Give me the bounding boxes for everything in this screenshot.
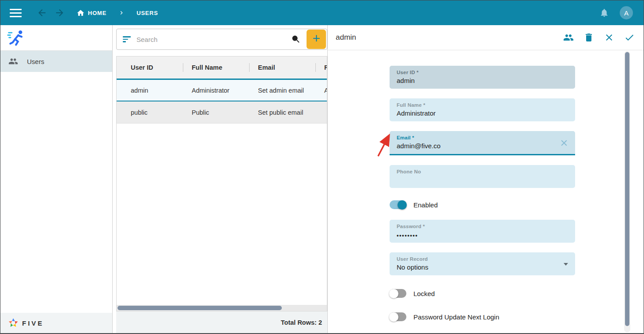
enabled-toggle-row: Enabled [390,199,575,210]
bell-icon[interactable] [599,8,609,18]
locked-toggle[interactable] [390,289,406,298]
phone-no-label: Phone No [397,169,568,174]
full-name-label: Full Name * [397,102,568,108]
horizontal-scrollbar-thumb[interactable] [117,306,282,310]
app-logo-area [0,25,112,51]
password-update-label: Password Update Next Login [413,313,499,321]
table-header-row: User ID Full Name Email R [117,56,327,79]
column-header-full-name[interactable]: Full Name [183,56,249,79]
column-header-email[interactable]: Email [249,56,315,79]
cell-email: Set public email [249,109,315,116]
home-icon[interactable] [76,9,88,17]
breadcrumb: HOME USERS [76,9,158,17]
detail-form-area: User ID * admin Full Name * Administrato… [328,50,644,333]
five-pinwheel-logo-icon [8,317,19,329]
vertical-scrollbar-thumb[interactable] [625,52,629,326]
plus-icon: + [312,30,320,47]
full-name-field[interactable]: Full Name * Administrator [390,98,575,121]
sidebar-item-users[interactable]: Users [0,51,112,72]
total-rows-label: Total Rows: 2 [281,319,322,326]
column-header-role[interactable]: R [315,56,327,79]
top-bar: HOME USERS A [0,0,644,25]
check-icon[interactable] [624,32,635,43]
clear-x-icon[interactable] [559,138,569,148]
people-icon[interactable] [563,32,574,43]
password-label: Password * [397,224,568,229]
running-man-logo-icon [7,28,26,48]
enabled-toggle[interactable] [390,200,406,209]
cell-user-id: public [117,109,183,116]
column-header-user-id[interactable]: User ID [117,56,183,79]
user-id-label: User ID * [397,70,568,75]
locked-toggle-row: Locked [390,288,575,299]
table-empty-area [117,124,327,305]
phone-no-field[interactable]: Phone No [390,165,575,188]
avatar[interactable]: A [620,6,633,19]
vertical-scrollbar[interactable] [624,51,630,332]
breadcrumb-current[interactable]: USERS [136,10,158,16]
password-value: •••••••• [397,232,568,239]
email-field[interactable]: Email * admin@five.co [390,131,575,155]
trash-icon[interactable] [583,32,594,43]
password-update-toggle-row: Password Update Next Login [390,311,575,322]
breadcrumb-home[interactable]: HOME [88,10,106,16]
user-id-field: User ID * admin [390,66,575,89]
table-row-admin[interactable]: admin Administrator Set admin email A [117,79,327,101]
detail-title: admin [336,33,356,42]
password-field[interactable]: Password * •••••••• [390,220,575,243]
sidebar-item-label: Users [27,58,44,65]
search-bar: + [116,29,327,50]
forward-arrow-icon[interactable] [54,8,65,18]
locked-label: Locked [413,290,435,297]
email-label: Email * [397,135,568,140]
breadcrumb-chevron-icon [118,9,125,16]
detail-header: admin [328,25,644,50]
password-update-toggle[interactable] [390,312,406,321]
user-id-value: admin [397,77,568,84]
five-logo-text: FIVE [22,319,44,327]
people-icon [8,56,18,66]
user-record-label: User Record [397,256,568,262]
user-record-value: No options [397,263,568,271]
enabled-label: Enabled [413,201,438,209]
table-row-public[interactable]: public Public Set public email [117,101,327,124]
users-list-panel: + User ID Full Name Email R admin Admini… [113,25,328,333]
hamburger-menu-icon[interactable] [10,9,22,17]
cell-role: A [315,87,327,94]
sidebar: Users FIVE [0,25,113,333]
five-branding: FIVE [0,313,112,333]
email-value: admin@five.co [397,142,568,150]
back-arrow-icon[interactable] [37,8,47,18]
horizontal-scrollbar[interactable] [117,305,327,311]
table-footer: Total Rows: 2 [116,311,327,333]
cell-full-name: Administrator [183,87,249,94]
user-record-select[interactable]: User Record No options [390,252,575,275]
full-name-value: Administrator [397,109,568,117]
add-user-button[interactable]: + [307,30,326,49]
users-table: User ID Full Name Email R admin Administ… [116,56,327,311]
close-icon[interactable] [604,32,614,43]
user-detail-panel: admin [328,25,644,333]
cell-email: Set admin email [249,87,315,94]
search-input[interactable] [136,36,291,43]
search-icon[interactable] [291,34,307,44]
cell-user-id: admin [117,87,183,94]
cell-full-name: Public [183,109,249,116]
app-window: HOME USERS A [0,0,644,334]
dropdown-caret-icon[interactable] [564,263,568,266]
filter-icon[interactable] [123,36,131,42]
